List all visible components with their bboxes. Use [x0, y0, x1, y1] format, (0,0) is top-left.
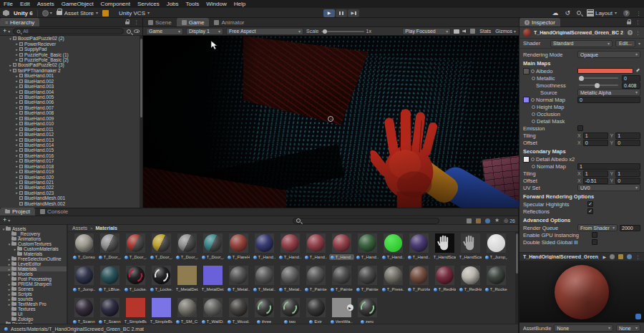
material-tile[interactable]: T_Hand... — [277, 233, 303, 266]
texture-slot-icon[interactable] — [532, 105, 535, 109]
tree-arrow-icon[interactable]: ▸ — [14, 170, 19, 174]
tree-arrow-icon[interactable]: ▸ — [14, 79, 19, 83]
folder-item[interactable]: ▸LevelEditor — [0, 261, 67, 266]
material-tile[interactable]: T_Hand... — [354, 233, 380, 266]
folder-item[interactable]: ▸Scripts — [0, 291, 67, 296]
step-button[interactable]: ▶ — [348, 9, 359, 17]
material-tile[interactable]: T_Metal... — [225, 266, 251, 298]
scene-visibility-icon[interactable] — [134, 29, 140, 33]
tree-arrow-icon[interactable]: ▸ — [14, 143, 19, 147]
metallic-field[interactable]: 0 — [622, 75, 640, 82]
texture-slot-icon[interactable] — [531, 158, 535, 161]
texture-slot-icon[interactable] — [532, 120, 535, 123]
scrollbar-thumb[interactable] — [516, 233, 518, 274]
detail-albedo-thumb[interactable] — [523, 156, 530, 163]
tiling-y-field[interactable]: 1 — [615, 132, 640, 139]
material-tile[interactable]: T_LBlue... — [97, 266, 122, 298]
account-button[interactable]: ▾ — [42, 10, 52, 16]
tab-game[interactable]: Game — [177, 18, 210, 26]
folder-item[interactable]: Animations — [0, 236, 67, 241]
hierarchy-item[interactable]: ▸BoostPadPuzzle02 (3) — [0, 62, 140, 67]
aspect-dropdown[interactable]: Free Aspect▾ — [226, 28, 303, 35]
filter-by-label-icon[interactable] — [476, 218, 481, 223]
play-focused-dropdown[interactable]: Play Focused▾ — [402, 28, 451, 35]
folder-item[interactable]: ▸Models — [0, 271, 67, 276]
package-visibility-icon[interactable] — [485, 218, 490, 223]
material-tile[interactable]: Extr — [303, 298, 328, 324]
material-tile[interactable]: T_Painte... — [354, 266, 380, 298]
material-tile[interactable]: T_MetalDet... — [200, 266, 225, 298]
hierarchy-scrollbar[interactable] — [140, 36, 142, 208]
assetbundle-dropdown[interactable]: None▾ — [554, 324, 613, 332]
material-tile[interactable]: T_Door_... — [200, 233, 225, 266]
material-tile[interactable]: T_Door_... — [148, 233, 174, 266]
kebab-menu-icon[interactable]: ⋮ — [636, 11, 641, 16]
hierarchy-item[interactable]: BlueHandMesh.001 — [0, 196, 140, 201]
secondary-tiling-x-field[interactable]: 1 — [583, 170, 608, 177]
folder-item[interactable]: Materials — [0, 251, 67, 256]
menu-gameobject[interactable]: GameObject — [62, 1, 94, 7]
material-tile[interactable]: T_Conso... — [71, 233, 97, 266]
layout-dropdown[interactable]: Layout ▾ — [587, 10, 617, 16]
hierarchy-item[interactable]: ▸PuzzlePole_Basic (2) — [0, 57, 140, 62]
texture-slot-icon[interactable] — [532, 165, 535, 168]
preview-play-icon[interactable]: ▶ — [602, 254, 606, 259]
hierarchy-item[interactable]: ▸BlueHand.018 — [0, 164, 140, 169]
menu-edit[interactable]: Edit — [20, 1, 30, 7]
hierarchy-item[interactable]: ▸BlueHand.001 — [0, 73, 140, 78]
game-viewport[interactable] — [143, 36, 519, 221]
hierarchy-item[interactable]: ▸BlueHand.009 — [0, 116, 140, 121]
hierarchy-item[interactable]: ▸BlueHand.017 — [0, 158, 140, 163]
project-search-input[interactable] — [293, 218, 439, 224]
material-tile[interactable]: T_Painte... — [328, 266, 354, 298]
folder-item[interactable]: ▸sounds — [0, 296, 67, 301]
hierarchy-item[interactable]: ▾BoostPadPuzzle02 (2) — [0, 36, 140, 41]
folder-item[interactable]: ▸Materials — [0, 266, 67, 271]
cloud-icon[interactable]: ☁ — [552, 9, 558, 16]
preview-settings-icon[interactable] — [635, 314, 641, 319]
offset-x-field[interactable]: 0 — [583, 140, 608, 146]
tree-arrow-icon[interactable]: ▸ — [14, 105, 19, 110]
folder-item[interactable]: Textures — [0, 307, 67, 312]
hierarchy-item[interactable]: BlueHandMesh.002 — [0, 201, 140, 206]
gpu-instancing-checkbox[interactable] — [592, 232, 597, 238]
tab-console[interactable]: Console — [35, 208, 73, 216]
tab-animator[interactable]: Animator — [209, 18, 249, 26]
tab-inspector[interactable]: i Inspector — [519, 18, 560, 26]
material-tile[interactable]: T_SM_C... — [174, 298, 200, 324]
hierarchy-item[interactable]: ▸BlueHand.004 — [0, 89, 140, 94]
scale-slider-knob[interactable] — [323, 29, 327, 34]
render-queue-dropdown[interactable]: From Shader▾ — [577, 224, 618, 231]
material-preview[interactable] — [519, 261, 644, 322]
tree-arrow-icon[interactable]: ▸ — [14, 74, 19, 78]
hierarchy-search-input[interactable]: All — [13, 28, 124, 34]
grid-scrollbar[interactable] — [515, 232, 518, 324]
scale-slider[interactable] — [321, 31, 364, 32]
create-button[interactable]: +▾ — [3, 28, 10, 34]
folder-item[interactable]: Zoloigo — [0, 317, 67, 322]
folder-item[interactable]: ▸Scenes — [0, 286, 67, 291]
menu-help[interactable]: Help — [234, 1, 245, 7]
hierarchy-item[interactable]: ▸PowerReciever — [0, 41, 140, 46]
material-tile[interactable]: T_Hand... — [328, 233, 354, 266]
hierarchy-item[interactable]: ▸BlueHand.014 — [0, 143, 140, 148]
preview-texture-icon[interactable] — [618, 254, 623, 259]
uv-set-dropdown[interactable]: UV0▾ — [577, 184, 640, 191]
material-tile[interactable]: T_RedHa... — [457, 266, 483, 298]
material-tile[interactable]: T_SimpleBu... — [148, 298, 174, 324]
menu-component[interactable]: Component — [101, 1, 130, 7]
help-icon[interactable]: ? — [623, 10, 630, 16]
source-dropdown[interactable]: Metallic Alpha▾ — [577, 89, 640, 96]
hierarchy-item[interactable]: ▸PuzzlePole_Basic (1) — [0, 52, 140, 57]
smoothness-slider[interactable] — [579, 85, 618, 86]
specular-highlights-checkbox[interactable]: ✓ — [587, 201, 593, 207]
normal-map-thumb[interactable] — [523, 97, 530, 103]
hierarchy-item[interactable]: ▸BlueHand.006 — [0, 100, 140, 105]
menu-file[interactable]: File — [4, 1, 13, 7]
hierarchy-item[interactable]: ▸BlueHand.023 — [0, 190, 140, 196]
preview-light-icon[interactable] — [610, 254, 615, 259]
version-control-icon[interactable] — [102, 10, 109, 16]
tree-arrow-icon[interactable]: ▸ — [14, 190, 19, 195]
help-icon[interactable]: ? — [628, 30, 633, 35]
hierarchy-item[interactable]: ▸BlueHand.007 — [0, 105, 140, 110]
